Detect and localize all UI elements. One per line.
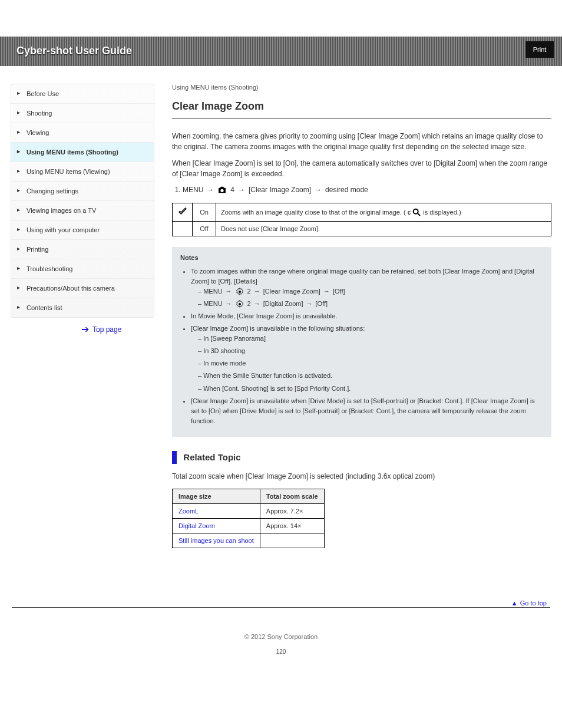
mode-label-on: On [193, 203, 216, 222]
table-row: Still images you can shoot [173, 533, 325, 548]
go-top-label: Go to top [520, 599, 547, 607]
arrow-icon: → [323, 286, 330, 297]
note-bullet-3: [Clear Image Zoom] is unavailable in the… [191, 324, 543, 393]
svg-point-0 [414, 209, 418, 214]
note3-text: [Clear Image Zoom] is unavailable in the… [191, 325, 365, 332]
clear-zoom-indicator: c [408, 207, 422, 217]
mode-desc-off: Does not use [Clear Image Zoom]. [216, 222, 551, 236]
steps-list: MENU → 4 → [Clear Image Zoom] → desired … [172, 185, 551, 195]
sidebar-item-printing[interactable]: Printing [11, 240, 154, 259]
path-menu: MENU [183, 186, 203, 194]
sidebar-item-computer[interactable]: Using with your computer [11, 220, 154, 240]
note-bullet-4: [Clear Image Zoom] is unavailable when [… [191, 396, 543, 426]
table-row: Digital Zoom Approx. 14× [173, 518, 325, 533]
arrow-icon: → [254, 286, 260, 297]
arrow-icon: → [315, 186, 322, 194]
empty-cell [173, 222, 193, 236]
arrow-icon: → [306, 299, 313, 309]
mode-table: On Zooms with an image quality close to … [172, 203, 551, 236]
related-title: Related Topic [183, 452, 240, 462]
camera-icon [217, 185, 227, 195]
related-topic: Related Topic Total zoom scale when [Cle… [172, 451, 551, 548]
related-table: Image size Total zoom scale ZoomL Approx… [172, 489, 325, 548]
table-row: ZoomL Approx. 7.2× [173, 503, 325, 518]
cell-still[interactable]: Still images you can shoot [173, 533, 260, 548]
arrow-right-icon: ➔ [81, 324, 89, 335]
note3-sub5: When [Cont. Shooting] is set to [Spd Pri… [198, 384, 543, 394]
arrow-icon: → [254, 299, 260, 309]
arrow-icon: → [207, 186, 214, 194]
note3-sub1: In [Sweep Panorama] [198, 334, 543, 344]
svg-point-3 [239, 303, 241, 305]
page-number: 120 [0, 648, 562, 655]
path-item: [Clear Image Zoom] [249, 186, 311, 194]
sub-tab: 2 [247, 286, 251, 297]
sub-menu: MENU [203, 299, 222, 309]
note1-sub2: MENU → 2 → [Digital Zoom] → [Off] [198, 299, 543, 309]
check-cell [173, 203, 193, 222]
magnifier-icon [412, 207, 421, 217]
mode-label-off: Off [193, 222, 216, 236]
guide-title: Cyber-shot User Guide [16, 45, 132, 57]
main-content: Using MENU items (Shooting) Clear Image … [172, 84, 551, 548]
arrow-icon: → [226, 299, 232, 309]
title-divider [172, 118, 551, 119]
print-button[interactable]: Print [525, 41, 554, 58]
bottom-bar: ▲ Go to top [12, 607, 550, 619]
desc-suffix: is displayed.) [423, 209, 461, 216]
path-mode: desired mode [325, 186, 368, 194]
note-bullet-1: To zoom images within the range where or… [191, 266, 543, 309]
sidebar-item-shooting[interactable]: Shooting [11, 104, 154, 123]
intro-para-1: When zooming, the camera gives priority … [172, 131, 551, 152]
banner: Cyber-shot User Guide Print [0, 37, 562, 66]
footer-copyright: © 2012 Sony Corporation [0, 633, 562, 640]
cell-still-val [260, 533, 324, 548]
sub-item: [Clear Image Zoom] [263, 286, 320, 297]
gear-icon [235, 299, 244, 309]
gear-icon [235, 287, 244, 297]
cell-zooml[interactable]: ZoomL [173, 503, 260, 518]
cell-digital[interactable]: Digital Zoom [173, 518, 260, 533]
accent-bar [172, 451, 177, 464]
note3-sub3: In movie mode [198, 358, 543, 368]
th-size: Image size [173, 489, 260, 503]
related-intro: Total zoom scale when [Clear Image Zoom]… [172, 471, 551, 482]
cell-digital-val: Approx. 14× [260, 518, 324, 533]
notes-title: Notes [180, 253, 543, 263]
note3-sub2: In 3D shooting [198, 346, 543, 356]
sidebar-item-menu-shooting[interactable]: Using MENU items (Shooting) [11, 143, 154, 162]
sidebar: Before Use Shooting Viewing Using MENU i… [11, 84, 154, 548]
sub-value: [Off] [316, 299, 328, 309]
sub-tab: 2 [247, 299, 251, 309]
triangle-up-icon: ▲ [511, 599, 518, 607]
step-1: MENU → 4 → [Clear Image Zoom] → desired … [183, 185, 551, 195]
sidebar-item-viewing[interactable]: Viewing [11, 123, 154, 143]
intro-para-2: When [Clear Image Zoom] is set to [On], … [172, 158, 551, 179]
notes-box: Notes To zoom images within the range wh… [172, 247, 551, 437]
svg-point-2 [239, 291, 241, 293]
note1-sub1: MENU → 2 → [Clear Image Zoom] → [Off] [198, 286, 543, 297]
sidebar-item-viewing-tv[interactable]: Viewing images on a TV [11, 201, 154, 220]
sidebar-item-troubleshooting[interactable]: Troubleshooting [11, 259, 154, 279]
top-page-link[interactable]: ➔ Top page [11, 324, 121, 335]
breadcrumb: Using MENU items (Shooting) [172, 84, 551, 91]
table-row: Off Does not use [Clear Image Zoom]. [173, 222, 551, 236]
th-scale: Total zoom scale [260, 489, 324, 503]
path-tab: 4 [230, 186, 234, 194]
sidebar-item-precautions[interactable]: Precautions/About this camera [11, 279, 154, 298]
sidebar-item-contents-list[interactable]: Contents list [11, 298, 154, 317]
top-page-label: Top page [92, 325, 121, 334]
sub-item: [Digital Zoom] [263, 299, 303, 309]
sidebar-item-menu-viewing[interactable]: Using MENU items (Viewing) [11, 162, 154, 182]
sub-value: [Off] [333, 286, 345, 297]
arrow-icon: → [238, 186, 245, 194]
note1-text: To zoom images within the range where or… [191, 268, 534, 285]
arrow-icon: → [226, 286, 232, 297]
check-icon [178, 207, 187, 216]
go-to-top-link[interactable]: ▲ Go to top [511, 599, 547, 607]
sidebar-item-changing-settings[interactable]: Changing settings [11, 182, 154, 201]
cell-zooml-val: Approx. 7.2× [260, 503, 324, 518]
table-row: On Zooms with an image quality close to … [173, 203, 551, 222]
sidebar-item-before-use[interactable]: Before Use [11, 84, 154, 104]
svg-line-1 [418, 213, 420, 216]
